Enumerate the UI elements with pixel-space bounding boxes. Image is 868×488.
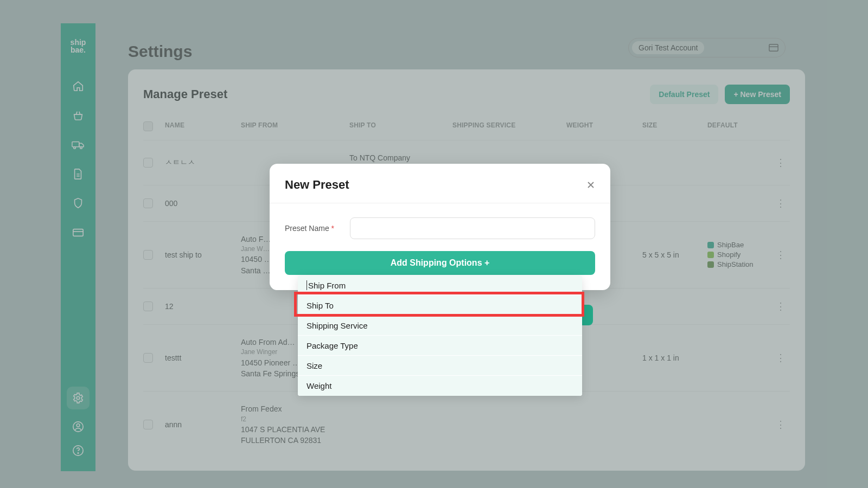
new-preset-modal: New Preset Preset Name * Add Shipping Op… xyxy=(270,164,610,290)
shipping-options-dropdown: Ship From Ship To Shipping Service Packa… xyxy=(298,275,582,396)
preset-name-label: Preset Name * xyxy=(285,224,339,233)
close-icon[interactable] xyxy=(586,181,595,189)
modal-title: New Preset xyxy=(285,178,349,192)
preset-name-input[interactable] xyxy=(350,217,595,239)
dropdown-item-package-type[interactable]: Package Type xyxy=(298,336,582,356)
dropdown-item-ship-from[interactable]: Ship From xyxy=(298,275,582,296)
dropdown-item-ship-to[interactable]: Ship To xyxy=(298,296,582,316)
modal-body: Preset Name * Add Shipping Options + xyxy=(270,203,610,275)
add-shipping-options-button[interactable]: Add Shipping Options + xyxy=(285,251,595,275)
modal-header: New Preset xyxy=(270,164,610,203)
preset-name-field: Preset Name * xyxy=(285,217,595,239)
dropdown-item-weight[interactable]: Weight xyxy=(298,376,582,396)
dropdown-item-size[interactable]: Size xyxy=(298,356,582,376)
dropdown-item-shipping-service[interactable]: Shipping Service xyxy=(298,316,582,336)
